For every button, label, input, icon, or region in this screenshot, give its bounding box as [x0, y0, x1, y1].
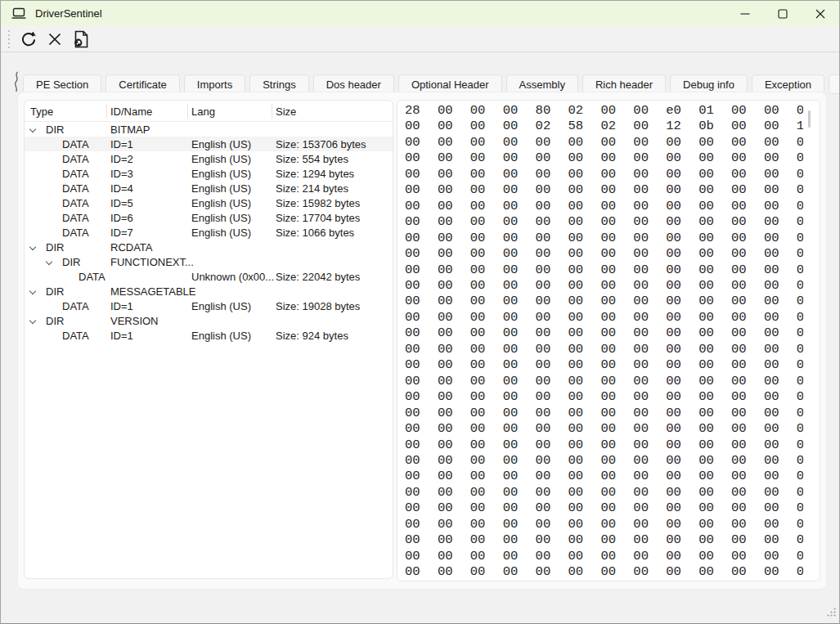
toolbar [1, 26, 839, 52]
column-header-lang: Lang [191, 105, 215, 118]
hex-line: 00 00 00 00 00 00 00 00 00 00 00 00 00 0… [405, 263, 803, 278]
hex-line: 00 00 00 00 00 00 00 00 00 00 00 00 00 0… [405, 549, 803, 564]
tree-cell-size: Size: 22042 bytes [276, 271, 360, 283]
app-window-icon [11, 7, 27, 20]
hex-line: 00 00 00 00 00 00 00 00 00 00 00 00 00 0… [405, 389, 803, 405]
hex-line: 00 00 00 00 00 00 00 00 00 00 00 00 00 0… [405, 501, 803, 516]
tab-relocation[interactable]: Relocation [829, 74, 840, 94]
hex-line: 00 00 00 00 00 00 00 00 00 00 00 00 00 0… [405, 199, 803, 214]
chevron-down-icon[interactable] [30, 289, 36, 294]
tree-cell-name: ID=1 [110, 330, 133, 342]
tree-cell-size: Size: 554 bytes [276, 153, 348, 165]
tree-cell-name: ID=6 [110, 212, 133, 224]
tree-cell-size: Size: 1066 bytes [276, 227, 354, 239]
hex-line: 00 00 00 00 00 00 00 00 00 00 00 00 00 0… [405, 135, 803, 150]
tree-cell-type: DIR [46, 315, 64, 327]
hex-line: 00 00 00 00 00 00 00 00 00 00 00 00 00 0… [405, 342, 803, 357]
tree-cell-type: DATA [62, 153, 89, 165]
tree-row[interactable]: DATAID=7English (US)Size: 1066 bytes [25, 225, 393, 240]
column-header-size: Size [276, 105, 296, 118]
hex-line: 28 00 00 00 80 02 00 00 e0 01 00 00 01 0… [405, 103, 803, 119]
tab-list: PE SectionCertificateImportsStringsDos h… [23, 71, 840, 94]
hex-line: 00 00 00 00 00 00 00 00 00 00 00 00 00 0… [405, 406, 803, 421]
tree-cell-lang: English (US) [191, 300, 251, 312]
tree-row[interactable]: DIRFUNCTIONEXT... [25, 254, 393, 269]
maximize-button[interactable] [764, 1, 802, 26]
column-separator [187, 104, 188, 119]
open-file-report-button[interactable] [68, 28, 94, 51]
tree-cell-lang: English (US) [191, 227, 251, 239]
tree-cell-name: ID=7 [110, 227, 133, 239]
tree-row[interactable]: DATAID=1English (US)Size: 153706 bytes [25, 137, 393, 151]
tree-row[interactable]: DIRMESSAGETABLE [25, 284, 393, 299]
tree-cell-name: ID=4 [110, 182, 133, 195]
hex-line: 00 00 00 00 00 00 00 00 00 00 00 00 00 0… [405, 374, 803, 389]
hex-line: 00 00 00 00 00 00 00 00 00 00 00 00 00 0… [405, 438, 803, 453]
window-title: DriverSentinel [35, 7, 102, 20]
tree-cell-size: Size: 19028 bytes [276, 300, 360, 312]
tree-cell-name: BITMAP [110, 123, 150, 136]
tree-row[interactable]: DATAID=3English (US)Size: 1294 bytes [25, 166, 393, 181]
tree-row[interactable]: DATAID=4English (US)Size: 214 bytes [25, 181, 393, 195]
toolbar-drag-handle[interactable] [7, 30, 10, 48]
app-window: { "window": { "title": "DriverSentinel",… [0, 0, 840, 624]
tree-row[interactable]: DATAID=6English (US)Size: 17704 bytes [25, 210, 393, 225]
tree-row[interactable]: DIRRCDATA [25, 240, 393, 254]
tree-row[interactable]: DATAUnknown (0x00...Size: 22042 bytes [25, 269, 393, 284]
tree-row[interactable]: DATAID=2English (US)Size: 554 bytes [25, 151, 393, 166]
tree-cell-size: Size: 1294 bytes [276, 168, 354, 180]
tree-row[interactable]: DATAID=1English (US)Size: 924 bytes [25, 328, 393, 343]
close-icon [815, 9, 825, 19]
tree-row[interactable]: DATAID=1English (US)Size: 19028 bytes [25, 299, 393, 313]
chevron-down-icon[interactable] [30, 245, 36, 250]
tree-row[interactable]: DIRBITMAP [25, 122, 393, 137]
tree-cell-type: DATA [62, 212, 89, 224]
tree-cell-name: FUNCTIONEXT... [110, 256, 194, 268]
tree-cell-name: MESSAGETABLE [110, 285, 196, 298]
minimize-button[interactable] [726, 1, 764, 26]
hex-view-panel: 28 00 00 00 80 02 00 00 e0 01 00 00 01 0… [397, 100, 820, 581]
tree-cell-type: DATA [62, 300, 89, 312]
tree-cell-name: VERSION [110, 315, 159, 327]
refresh-button[interactable] [16, 28, 42, 51]
tree-row[interactable]: DATAID=5English (US)Size: 15982 bytes [25, 195, 393, 210]
hex-line: 00 00 00 00 00 00 00 00 00 00 00 00 00 0… [405, 564, 803, 580]
chevron-down-icon[interactable] [30, 318, 36, 324]
clear-button[interactable] [42, 28, 68, 51]
tree-cell-size: Size: 17704 bytes [276, 212, 360, 224]
hex-line: 00 00 00 00 00 00 00 00 00 00 00 00 00 0… [405, 294, 803, 309]
column-header-type: Type [30, 105, 53, 118]
hex-line: 00 00 00 00 00 00 00 00 00 00 00 00 00 0… [405, 357, 803, 373]
hex-line: 00 00 00 00 00 00 00 00 00 00 00 00 00 0… [405, 246, 803, 262]
tree-cell-name: ID=1 [110, 138, 133, 150]
tab-overflow-indicator-icon [12, 71, 20, 92]
hex-line: 00 00 00 00 00 00 00 00 00 00 00 00 00 0… [405, 325, 803, 341]
tree-cell-type: DATA [62, 227, 89, 239]
tree-cell-type: DATA [79, 271, 106, 283]
tree-cell-type: DIR [46, 241, 64, 254]
tree-cell-name: RCDATA [110, 241, 153, 254]
tree-cell-lang: English (US) [191, 330, 251, 342]
tree-row[interactable]: DIRVERSION [25, 313, 393, 328]
tree-cell-name: ID=3 [110, 168, 133, 180]
tree-cell-type: DIR [46, 123, 64, 136]
close-button[interactable] [802, 1, 839, 26]
tree-cell-lang: English (US) [191, 168, 251, 180]
tree-cell-name: ID=5 [110, 197, 133, 209]
hex-scrollbar-thumb[interactable] [808, 110, 811, 128]
hex-line: 00 00 00 00 00 00 00 00 00 00 00 00 00 0… [405, 182, 803, 198]
tree-cell-type: DATA [62, 182, 89, 195]
resource-tree-header: Type ID/Name Lang Size [25, 101, 393, 122]
tree-cell-lang: English (US) [191, 212, 251, 224]
hex-line: 00 00 00 00 02 58 02 00 12 0b 00 00 12 0… [405, 119, 803, 134]
column-header-id-name: ID/Name [110, 105, 152, 118]
chevron-down-icon[interactable] [30, 127, 36, 132]
window-resize-grip[interactable] [825, 606, 837, 621]
tree-cell-lang: Unknown (0x00... [191, 271, 274, 283]
chevron-down-icon[interactable] [47, 259, 52, 265]
minimize-icon [740, 9, 750, 19]
hex-line: 00 00 00 00 00 00 00 00 00 00 00 00 00 0… [405, 214, 803, 230]
tree-cell-size: Size: 924 bytes [276, 330, 348, 342]
tree-cell-type: DATA [62, 197, 89, 209]
tree-cell-lang: English (US) [191, 182, 251, 195]
